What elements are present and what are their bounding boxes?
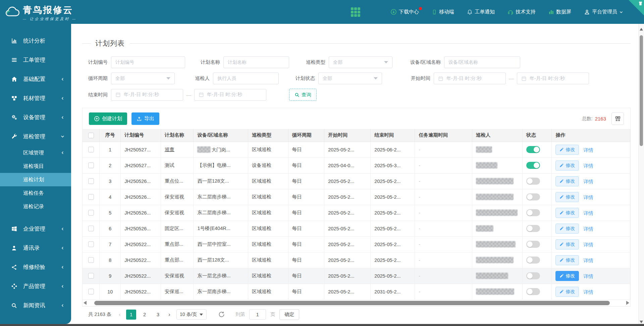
detail-link[interactable]: 详情 xyxy=(583,211,593,216)
cell-type: 区域巡检 xyxy=(248,236,288,252)
apps-grid-icon[interactable] xyxy=(351,7,360,17)
horizontal-scroll-thumb[interactable] xyxy=(94,301,610,305)
edit-button[interactable]: 修改 xyxy=(555,208,579,218)
sidebar-item-产品管理[interactable]: 产品管理 xyxy=(0,277,71,296)
sidebar-item-耗材管理[interactable]: 耗材管理 xyxy=(0,89,71,108)
status-toggle[interactable] xyxy=(526,257,540,264)
filter-select-计划状态[interactable]: 全部 xyxy=(318,73,382,84)
nav-item-user[interactable]: 平台管理员 xyxy=(584,9,623,15)
date-input-开始时间-2[interactable]: 年-月-日 时:分:秒 xyxy=(517,73,589,84)
scroll-left-arrow-icon[interactable] xyxy=(84,301,87,305)
edit-button[interactable]: 修改 xyxy=(555,145,579,155)
scroll-right-arrow-icon[interactable] xyxy=(626,301,629,305)
row-checkbox[interactable] xyxy=(88,162,94,168)
row-checkbox[interactable] xyxy=(88,194,94,200)
status-toggle[interactable] xyxy=(526,272,540,279)
sidebar-item-区域管理[interactable]: 区域管理 xyxy=(0,146,71,159)
status-toggle[interactable] xyxy=(526,178,540,185)
select-all-checkbox[interactable] xyxy=(88,133,94,138)
date-input-结束时间-2[interactable]: 年-月-日 时:分:秒 xyxy=(194,89,266,101)
sidebar-item-通讯录[interactable]: 通讯录 xyxy=(0,238,71,258)
page-button-1[interactable]: 1 xyxy=(126,310,136,320)
nav-item-bar-chart[interactable]: 数据屏 xyxy=(548,9,571,15)
page-size-select[interactable]: 10 条/页 xyxy=(176,309,207,320)
detail-link[interactable]: 详情 xyxy=(583,195,593,200)
edit-button[interactable]: 修改 xyxy=(555,239,579,249)
date-input-结束时间-1[interactable]: 年-月-日 时:分:秒 xyxy=(111,89,183,101)
sidebar-item-巡检项目[interactable]: 巡检项目 xyxy=(0,159,71,173)
scroll-down-arrow-icon[interactable] xyxy=(640,321,643,323)
edit-button[interactable]: 修改 xyxy=(555,160,579,171)
filter-select-循环周期[interactable]: 全部 xyxy=(111,73,175,84)
shirt-icon[interactable] xyxy=(638,1,643,7)
page-button-2[interactable]: 2 xyxy=(140,310,150,320)
sidebar-item-统计分析[interactable]: 统计分析 xyxy=(0,31,71,50)
create-plan-button[interactable]: 创建计划 xyxy=(89,112,127,125)
horizontal-scroll-track[interactable] xyxy=(89,301,624,305)
detail-link[interactable]: 详情 xyxy=(583,226,593,232)
row-checkbox[interactable] xyxy=(88,210,94,216)
plan-name-link[interactable]: 巡查 xyxy=(165,147,174,152)
status-toggle[interactable] xyxy=(526,288,540,295)
status-toggle[interactable] xyxy=(526,146,540,153)
status-toggle[interactable] xyxy=(526,225,540,232)
edit-button[interactable]: 修改 xyxy=(555,192,579,202)
detail-link[interactable]: 详情 xyxy=(583,289,593,295)
edit-button[interactable]: 修改 xyxy=(555,287,579,297)
status-toggle[interactable] xyxy=(526,193,540,200)
detail-link[interactable]: 详情 xyxy=(583,274,593,279)
refresh-icon[interactable] xyxy=(218,311,225,318)
column-settings-button[interactable] xyxy=(611,112,624,125)
row-checkbox[interactable] xyxy=(88,226,94,231)
filter-input-巡检人[interactable]: 执行人员 xyxy=(213,73,279,84)
nav-item-headset[interactable]: 技术支持 xyxy=(507,9,536,15)
pagination-next-button[interactable]: › xyxy=(168,311,170,318)
edit-button-label: 修改 xyxy=(566,178,575,184)
edit-button[interactable]: 修改 xyxy=(555,271,579,281)
sidebar-item-新闻资讯[interactable]: 新闻资讯 xyxy=(0,296,71,315)
status-toggle[interactable] xyxy=(526,241,540,248)
sidebar-item-基础配置[interactable]: 基础配置 xyxy=(0,69,71,89)
sidebar-item-设备管理[interactable]: 设备管理 xyxy=(0,108,71,127)
goto-confirm-button[interactable]: 确定 xyxy=(279,309,299,320)
row-checkbox[interactable] xyxy=(88,289,94,294)
row-checkbox[interactable] xyxy=(88,241,94,247)
nav-item-bell[interactable]: 工单通知 xyxy=(467,9,495,15)
filter-input-计划编号[interactable]: 计划编号 xyxy=(111,56,185,68)
export-button[interactable]: 导出 xyxy=(131,112,159,125)
nav-item-phone[interactable]: 移动端 xyxy=(432,9,454,15)
edit-button[interactable]: 修改 xyxy=(555,224,579,234)
scroll-up-arrow-icon[interactable] xyxy=(640,28,643,31)
page-button-3[interactable]: 3 xyxy=(153,310,163,320)
row-checkbox[interactable] xyxy=(88,147,94,152)
sidebar-item-维修经验[interactable]: 维修经验 xyxy=(0,258,71,277)
status-toggle[interactable] xyxy=(526,209,540,216)
sidebar-item-企业管理[interactable]: 企业管理 xyxy=(0,219,71,238)
goto-page-input[interactable]: 1 xyxy=(249,309,266,320)
date-input-开始时间-1[interactable]: 年-月-日 时:分:秒 xyxy=(434,73,506,84)
row-checkbox[interactable] xyxy=(88,178,94,184)
detail-link[interactable]: 详情 xyxy=(583,163,593,169)
sidebar-item-工单管理[interactable]: 工单管理 xyxy=(0,50,71,69)
filter-input-设备/区域名称[interactable]: 设备/区域名称 xyxy=(444,56,520,68)
sidebar-item-巡检计划[interactable]: 巡检计划 xyxy=(0,173,71,186)
edit-button[interactable]: 修改 xyxy=(555,255,579,265)
edit-button[interactable]: 修改 xyxy=(555,176,579,186)
detail-link[interactable]: 详情 xyxy=(583,179,593,184)
vertical-scroll-thumb[interactable] xyxy=(640,35,643,146)
status-toggle[interactable] xyxy=(526,162,540,169)
row-checkbox[interactable] xyxy=(88,273,94,279)
detail-link[interactable]: 详情 xyxy=(583,147,593,153)
pagination-prev-button[interactable]: ‹ xyxy=(119,311,121,318)
nav-item-cloud-download[interactable]: 下载中心 xyxy=(390,9,419,15)
sidebar-item-巡检任务[interactable]: 巡检任务 xyxy=(0,186,71,200)
detail-link[interactable]: 详情 xyxy=(583,242,593,247)
detail-link[interactable]: 详情 xyxy=(583,258,593,263)
filter-select-巡检类型[interactable]: 全部 xyxy=(329,56,392,68)
vertical-scrollbar[interactable] xyxy=(638,24,644,326)
search-button[interactable]: 查询 xyxy=(289,89,317,101)
sidebar-item-巡检管理[interactable]: 巡检管理 xyxy=(0,127,71,146)
filter-input-计划名称[interactable]: 计划名称 xyxy=(223,56,289,68)
row-checkbox[interactable] xyxy=(88,257,94,263)
sidebar-item-巡检记录[interactable]: 巡检记录 xyxy=(0,200,71,213)
